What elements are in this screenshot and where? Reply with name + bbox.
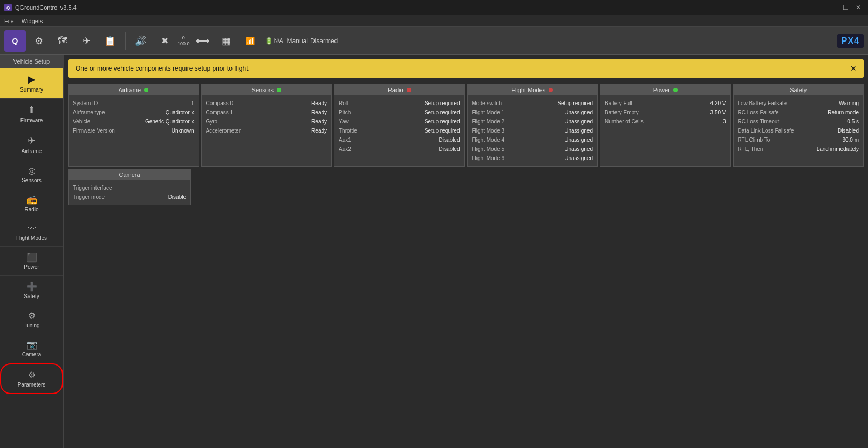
section-flightmodes: Flight Modes Mode switch Setup required … [467,84,598,167]
summary-grid: Airframe System ID 1 Airframe type Quadr… [64,82,868,169]
battery-na: N/A [274,38,283,44]
sidebar-item-firmware[interactable]: ⬆ Firmware [0,99,63,129]
fm-row-4: Flight Mode 3 Unassigned [472,126,593,135]
power-row-2: Battery Empty 3.50 V [605,108,726,117]
sidebar-header: Vehicle Setup [0,55,63,68]
sidebar-item-radio[interactable]: 📻 Radio [0,189,63,218]
section-airframe: Airframe System ID 1 Airframe type Quadr… [68,84,199,167]
safety-title: Safety [790,87,807,93]
app-home-button[interactable]: Q [4,30,26,52]
close-button[interactable]: ✕ [853,4,864,11]
warning-close-button[interactable]: × [850,64,856,73]
minimize-button[interactable]: – [827,4,838,11]
sidebar-item-parameters[interactable]: ⚙ Parameters [0,363,63,394]
section-flightmodes-header: Flight Modes [468,85,598,95]
flightmodes-title: Flight Modes [511,87,545,93]
sidebar-item-power[interactable]: ⬛ Power [0,247,63,276]
radio-row-4: Throttle Setup required [339,126,460,135]
power-row-1: Battery Full 4.20 V [605,99,726,108]
power-row-3: Number of Cells 3 [605,117,726,126]
sidebar-item-power-label: Power [24,264,39,270]
radio-row-2: Pitch Setup required [339,108,460,117]
sidebar-item-radio-label: Radio [24,206,38,212]
radio-icon: 📻 [26,195,37,205]
safety-icon: ➕ [26,281,37,292]
sidebar-item-safety[interactable]: ➕ Safety [0,276,63,305]
camera-title: Camera [119,171,140,178]
section-power-header: Power [600,85,730,95]
menubar: File Widgets [0,15,868,27]
safety-row-5: RTL Climb To 30.0 m [738,135,859,144]
fm-row-2: Flight Mode 1 Unassigned [472,108,593,117]
battery-indicator: 🔋 N/A [263,30,285,52]
maximize-button[interactable]: ☐ [840,4,851,11]
camera-row-1: Trigger interface [73,183,186,192]
radio-row-6: Aux2 Disabled [339,144,460,154]
sidebar-item-safety-label: Safety [24,293,39,299]
audio-button[interactable]: 🔊 [130,30,152,52]
stream-button[interactable]: ⟷ [192,30,214,52]
settings-button[interactable]: ⚙ [28,30,50,52]
power-title: Power [653,87,670,93]
fly-button[interactable]: ✈ [76,30,97,52]
tuning-icon: ⚙ [28,311,36,321]
radio-row-1: Roll Setup required [339,99,460,108]
menu-widgets[interactable]: Widgets [22,18,43,24]
radio-title: Radio [388,87,404,93]
warning-message: One or more vehicle components require s… [76,65,250,72]
plan-button[interactable]: 📋 [99,30,121,52]
fm-row-7: Flight Mode 6 Unassigned [472,154,593,163]
camera-grid: Camera Trigger interface Trigger mode Di… [64,169,868,208]
safety-row-3: RC Loss Timeout 0.5 s [738,117,859,126]
fm-row-6: Flight Mode 5 Unassigned [472,144,593,154]
sidebar-item-camera-label: Camera [22,351,42,357]
airframe-body: System ID 1 Airframe type Quadrotor x Ve… [69,95,199,139]
power-icon: ⬛ [26,252,37,263]
firmware-icon: ⬆ [28,104,36,116]
app-icon: Q [4,4,12,11]
sidebar-item-tuning[interactable]: ⚙ Tuning [0,305,63,334]
sidebar-item-camera[interactable]: 📷 Camera [0,334,63,363]
grid-button[interactable]: ▦ [216,30,237,52]
camera-row-2: Trigger mode Disable [73,192,186,202]
airframe-row-3: Vehicle Generic Quadrotor x [73,117,194,126]
titlebar: Q QGroundControl v3.5.4 – ☐ ✕ [0,0,868,15]
fm-row-3: Flight Mode 2 Unassigned [472,117,593,126]
arm-status-label: Disarmed [310,37,338,45]
safety-row-1: Low Battery Failsafe Warning [738,99,859,108]
section-safety-header: Safety [734,85,864,95]
px4-logo: PX4 [837,34,864,48]
power-body: Battery Full 4.20 V Battery Empty 3.50 V… [600,95,730,129]
section-radio-header: Radio [334,85,464,95]
flightmodes-body: Mode switch Setup required Flight Mode 1… [468,95,598,166]
menu-file[interactable]: File [4,18,14,24]
toolbar-divider-1 [125,32,126,50]
content-area: One or more vehicle components require s… [64,55,868,448]
app-title: QGroundControl v3.5.4 [15,4,77,11]
sidebar-item-sensors[interactable]: ◎ Sensors [0,160,63,189]
airframe-title: Airframe [118,87,141,93]
sensors-row-2: Compass 1 Ready [206,108,327,117]
airframe-row-1: System ID 1 [73,99,194,108]
safety-body: Low Battery Failsafe Warning RC Loss Fai… [734,95,864,157]
sidebar-item-flightmodes-label: Flight Modes [16,235,47,241]
sensors-row-1: Compass 0 Ready [206,99,327,108]
map-button[interactable]: 🗺 [52,30,73,52]
window-controls[interactable]: – ☐ ✕ [827,4,864,11]
toolbar: Q ⚙ 🗺 ✈ 📋 🔊 ✖ 0100.0 ⟷ ▦ 📶 🔋 N/A Manual … [0,27,868,55]
sensors-status-dot [277,88,281,92]
joystick-button[interactable]: ✖ [154,30,175,52]
safety-row-2: RC Loss Failsafe Return mode [738,108,859,117]
sidebar-item-summary-label: Summary [20,87,43,93]
sensors-row-4: Accelerometer Ready [206,126,327,135]
sidebar-item-airframe[interactable]: ✈ Airframe [0,129,63,160]
airframe-status-dot [144,88,148,92]
sensors-title: Sensors [252,87,274,93]
safety-row-6: RTL, Then Land immediately [738,144,859,154]
section-power: Power Battery Full 4.20 V Battery Empty … [600,84,731,167]
signal-indicator: 0100.0 [177,35,190,47]
camera-body: Trigger interface Trigger mode Disable [69,180,190,205]
sidebar-item-airframe-label: Airframe [22,148,42,154]
sidebar-item-flightmodes[interactable]: 〰 Flight Modes [0,218,63,247]
sidebar-item-summary[interactable]: ▶ Summary [0,68,63,99]
